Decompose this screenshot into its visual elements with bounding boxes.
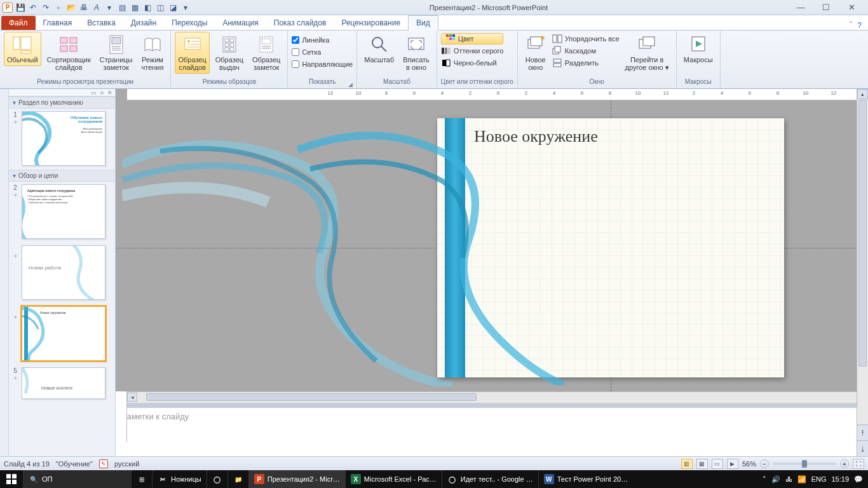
normal-view-icon[interactable]: ▥ [681,459,693,469]
tab-slideshow[interactable]: Показ слайдов [266,16,334,30]
grid-checkbox[interactable]: Сетка [292,46,353,58]
thumb-row-5[interactable]: 5✶ Новые коллеги [9,365,115,403]
zoom-button[interactable]: Масштаб [361,32,397,66]
notes-pane[interactable]: Заметки к слайду [116,405,868,456]
qat-btn1-icon[interactable]: ▤ [117,3,127,13]
zoom-slider[interactable] [773,463,836,465]
sorter-view-icon[interactable]: ▦ [696,459,708,469]
tab-animation[interactable]: Анимация [215,16,266,30]
thumbnails-tab-icon[interactable]: ▭ [91,90,97,96]
close-button[interactable]: ✕ [843,3,860,12]
close-pane-icon[interactable]: ✕ [107,90,112,96]
blackwhite-button[interactable]: Черно-белый [441,57,503,69]
taskbar-item[interactable]: PПрезентация2 - Micr… [248,470,345,488]
guides-checkbox[interactable]: Направляющие [292,58,353,70]
scroll-left-icon[interactable]: ◂ [127,393,137,402]
macros-button[interactable]: Макросы [681,32,716,66]
split-button[interactable]: Разделить [552,57,620,69]
tab-home[interactable]: Главная [36,16,80,30]
taskbar-item[interactable]: ◯Идет тест.. - Google … [442,470,538,488]
qat-dropdown-icon[interactable]: ▾ [180,3,191,13]
qat-font-icon[interactable]: A [92,3,102,13]
slideshow-view-icon[interactable]: ▶ [727,459,738,469]
hscroll-thumb[interactable] [146,393,477,401]
qat-new-icon[interactable]: ▫ [53,3,64,13]
qat-btn5-icon[interactable]: ◪ [168,3,178,13]
tab-view[interactable]: Вид [408,15,438,30]
thumb-row-1[interactable]: 1✶ Обучение новых сотрудников Имя доклад… [9,109,115,170]
current-slide[interactable]: Новое окружение [437,118,784,377]
tray-chevron-icon[interactable]: ˄ [763,475,766,484]
section-header-2[interactable]: ▾Обзор и цели [9,170,115,182]
zoom-level[interactable]: 56% [742,460,756,468]
slide-thumb-4[interactable]: Новое окружение [22,306,105,361]
next-slide-icon[interactable]: ⭳ [857,440,868,456]
zoom-in-icon[interactable]: + [840,459,849,468]
fit-slide-icon[interactable]: ⛶ [853,459,864,469]
minimize-button[interactable]: — [792,3,810,12]
ruler-checkbox[interactable]: Линейка [292,34,353,46]
thumb-row-2[interactable]: 2✶ Адаптация нового сотрудника • Ознаком… [9,182,115,243]
notes-page-button[interactable]: Страницызаметок [97,32,136,74]
tab-design[interactable]: Дизайн [123,16,164,30]
scroll-up-icon[interactable]: ▴ [857,89,868,99]
help-icon[interactable]: ? [857,21,862,30]
redo-icon[interactable]: ↷ [41,3,51,13]
thumb-row-3[interactable]: 3✶ Новая работа [9,243,115,304]
qat-print-icon[interactable]: 🖶 [79,3,89,13]
tab-transitions[interactable]: Переходы [164,16,215,30]
tab-review[interactable]: Рецензирование [334,16,408,30]
show-dialog-launcher-icon[interactable]: ◢ [348,81,353,88]
handout-master-button[interactable]: Образецвыдач [212,32,247,74]
horizontal-ruler[interactable]: 1210864202468101224681012 [127,89,868,100]
qat-btn4-icon[interactable]: ◫ [155,3,165,13]
vertical-scrollbar[interactable]: ▴ ⭱ ⭳ [857,89,868,456]
slide-master-button[interactable]: Образецслайдов [175,32,209,74]
network-icon[interactable]: 🖧 [785,475,792,483]
file-tab[interactable]: Файл [1,16,36,30]
slide-sorter-button[interactable]: Сортировщикслайдов [44,32,94,74]
zoom-out-icon[interactable]: − [760,459,769,468]
taskbar-item[interactable]: WТест Power Point 20… [538,470,633,488]
slide-thumb-5[interactable]: Новые коллеги [22,367,105,399]
normal-view-button[interactable]: Обычный [4,32,41,66]
qat-more1-icon[interactable]: ▾ [104,3,114,13]
wifi-icon[interactable]: 📶 [797,475,806,484]
search-box[interactable]: 🔍ОП [23,470,131,488]
taskbar-item[interactable]: ✂Ножницы [152,470,207,488]
clock[interactable]: 15:19 [831,475,849,483]
outline-tab-icon[interactable]: ≡ [100,90,104,96]
taskbar-item[interactable]: 📁 [227,470,248,488]
vscroll-thumb[interactable] [858,100,867,367]
spellcheck-icon[interactable]: ✎ [99,459,108,468]
slide-thumb-2[interactable]: Адаптация нового сотрудника • Ознакомлен… [22,184,105,239]
zoom-slider-knob[interactable] [802,460,807,468]
taskbar-item[interactable]: XMicrosoft Excel - Рас… [345,470,442,488]
fit-window-button[interactable]: Вписатьв окно [400,32,433,74]
thumb-row-4[interactable]: 4✶ Новое окружение [9,304,115,365]
qat-btn3-icon[interactable]: ◧ [142,3,153,13]
arrange-all-button[interactable]: Упорядочить все [552,33,620,44]
reading-view-icon[interactable]: ▭ [712,459,723,469]
new-window-button[interactable]: ✶ Новоеокно [522,32,550,74]
save-icon[interactable]: 💾 [15,3,25,13]
grayscale-button[interactable]: Оттенки серого [441,45,503,57]
slide-thumb-3[interactable]: Новая работа [22,245,105,300]
task-view-button[interactable]: ⊞ [131,470,152,488]
start-button[interactable] [0,470,23,488]
slide-thumb-1[interactable]: Обучение новых сотрудников Имя докладчик… [22,111,105,166]
undo-icon[interactable]: ↶ [28,3,38,13]
prev-slide-icon[interactable]: ⭱ [857,424,868,440]
outline-tab-strip[interactable] [0,89,9,456]
language-status[interactable]: русский [114,460,139,468]
maximize-button[interactable]: ☐ [817,3,835,12]
volume-icon[interactable]: 🔊 [771,475,780,484]
qat-btn2-icon[interactable]: ▦ [130,3,140,13]
tab-insert[interactable]: Вставка [79,16,123,30]
horizontal-scrollbar[interactable]: ◂ ▸ [127,391,868,403]
slide-counter[interactable]: Слайд 4 из 19 [4,460,50,468]
keyboard-lang[interactable]: ENG [811,475,827,483]
color-button[interactable]: Цвет [441,33,503,44]
slide-canvas[interactable]: Новое окружение [116,100,868,391]
notifications-icon[interactable]: 💬 [854,475,863,484]
